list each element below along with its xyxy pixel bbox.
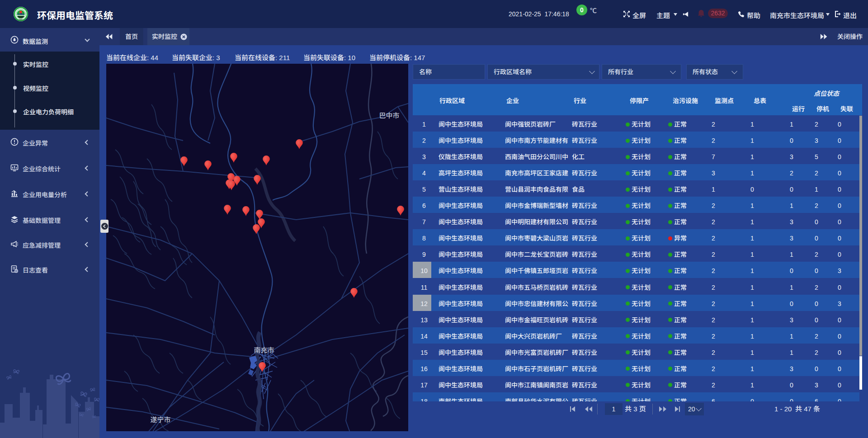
svg-text:遂宁市: 遂宁市 xyxy=(150,416,170,424)
svg-text:南充市: 南充市 xyxy=(254,346,274,354)
svg-text:巴中市: 巴中市 xyxy=(379,112,399,119)
